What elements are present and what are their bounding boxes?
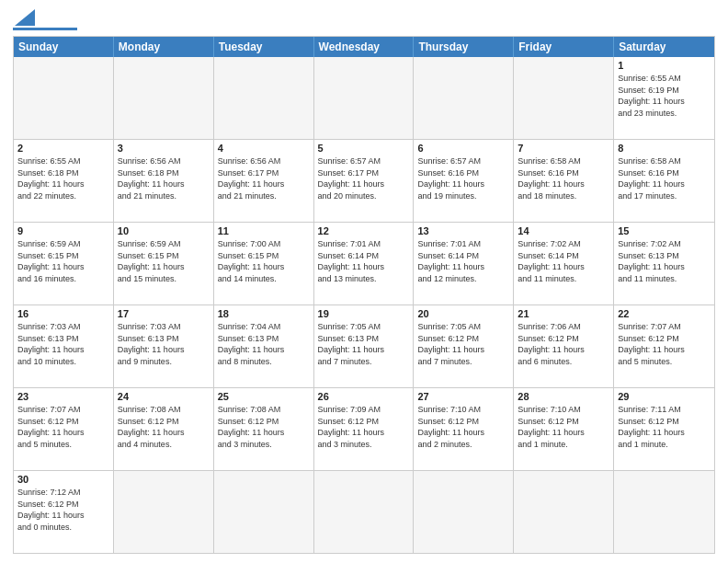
day-number: 11 <box>218 225 310 236</box>
calendar: SundayMondayTuesdayWednesdayThursdayFrid… <box>13 36 715 554</box>
day-number: 12 <box>318 225 410 236</box>
calendar-header: SundayMondayTuesdayWednesdayThursdayFrid… <box>14 37 714 57</box>
day-info: Sunrise: 7:08 AM Sunset: 6:12 PM Dayligh… <box>118 404 210 450</box>
day-info: Sunrise: 7:05 AM Sunset: 6:13 PM Dayligh… <box>318 321 410 367</box>
day-number: 7 <box>518 143 609 154</box>
calendar-day-30: 30Sunrise: 7:12 AM Sunset: 6:12 PM Dayli… <box>14 471 114 553</box>
day-info: Sunrise: 7:09 AM Sunset: 6:12 PM Dayligh… <box>318 404 410 450</box>
day-number: 21 <box>518 308 609 319</box>
day-info: Sunrise: 6:57 AM Sunset: 6:16 PM Dayligh… <box>417 155 509 201</box>
day-info: Sunrise: 7:03 AM Sunset: 6:13 PM Dayligh… <box>118 321 210 367</box>
day-header-tuesday: Tuesday <box>214 37 314 57</box>
day-info: Sunrise: 7:11 AM Sunset: 6:12 PM Dayligh… <box>618 404 711 450</box>
header <box>13 9 715 30</box>
calendar-empty-cell <box>514 471 614 553</box>
day-info: Sunrise: 7:07 AM Sunset: 6:12 PM Dayligh… <box>618 321 711 367</box>
day-number: 23 <box>17 391 109 402</box>
calendar-empty-cell <box>514 57 614 139</box>
calendar-row-5: 30Sunrise: 7:12 AM Sunset: 6:12 PM Dayli… <box>14 470 714 553</box>
calendar-day-22: 22Sunrise: 7:07 AM Sunset: 6:12 PM Dayli… <box>614 305 714 387</box>
calendar-row-1: 2Sunrise: 6:55 AM Sunset: 6:18 PM Daylig… <box>14 139 714 222</box>
day-number: 17 <box>118 308 210 319</box>
day-info: Sunrise: 7:12 AM Sunset: 6:12 PM Dayligh… <box>17 487 109 533</box>
calendar-row-4: 23Sunrise: 7:07 AM Sunset: 6:12 PM Dayli… <box>14 387 714 470</box>
calendar-empty-cell <box>614 471 714 553</box>
day-info: Sunrise: 7:02 AM Sunset: 6:14 PM Dayligh… <box>518 238 609 284</box>
calendar-day-8: 8Sunrise: 6:58 AM Sunset: 6:16 PM Daylig… <box>614 140 714 222</box>
day-header-thursday: Thursday <box>414 37 514 57</box>
calendar-day-23: 23Sunrise: 7:07 AM Sunset: 6:12 PM Dayli… <box>14 388 114 470</box>
calendar-day-28: 28Sunrise: 7:10 AM Sunset: 6:12 PM Dayli… <box>514 388 614 470</box>
calendar-body: 1Sunrise: 6:55 AM Sunset: 6:19 PM Daylig… <box>14 57 714 553</box>
day-number: 28 <box>518 391 609 402</box>
calendar-day-11: 11Sunrise: 7:00 AM Sunset: 6:15 PM Dayli… <box>214 223 314 304</box>
calendar-empty-cell <box>114 471 214 553</box>
calendar-empty-cell <box>14 57 114 139</box>
calendar-day-14: 14Sunrise: 7:02 AM Sunset: 6:14 PM Dayli… <box>514 223 614 304</box>
calendar-empty-cell <box>414 57 514 139</box>
day-number: 2 <box>17 143 109 154</box>
day-number: 9 <box>17 225 109 236</box>
day-number: 13 <box>417 225 509 236</box>
day-info: Sunrise: 7:08 AM Sunset: 6:12 PM Dayligh… <box>218 404 310 450</box>
day-number: 27 <box>417 391 509 402</box>
day-info: Sunrise: 7:07 AM Sunset: 6:12 PM Dayligh… <box>17 404 109 450</box>
calendar-day-4: 4Sunrise: 6:56 AM Sunset: 6:17 PM Daylig… <box>214 140 314 222</box>
day-info: Sunrise: 7:01 AM Sunset: 6:14 PM Dayligh… <box>417 238 509 284</box>
day-number: 25 <box>218 391 310 402</box>
day-number: 19 <box>318 308 410 319</box>
day-number: 6 <box>417 143 509 154</box>
calendar-day-17: 17Sunrise: 7:03 AM Sunset: 6:13 PM Dayli… <box>114 305 214 387</box>
day-info: Sunrise: 6:58 AM Sunset: 6:16 PM Dayligh… <box>618 155 711 201</box>
calendar-row-3: 16Sunrise: 7:03 AM Sunset: 6:13 PM Dayli… <box>14 304 714 387</box>
calendar-day-21: 21Sunrise: 7:06 AM Sunset: 6:12 PM Dayli… <box>514 305 614 387</box>
calendar-day-25: 25Sunrise: 7:08 AM Sunset: 6:12 PM Dayli… <box>214 388 314 470</box>
day-header-wednesday: Wednesday <box>314 37 415 57</box>
day-info: Sunrise: 6:55 AM Sunset: 6:19 PM Dayligh… <box>618 73 711 119</box>
day-number: 16 <box>17 308 109 319</box>
day-info: Sunrise: 6:57 AM Sunset: 6:17 PM Dayligh… <box>318 155 410 201</box>
day-number: 22 <box>618 308 711 319</box>
calendar-day-6: 6Sunrise: 6:57 AM Sunset: 6:16 PM Daylig… <box>414 140 514 222</box>
day-info: Sunrise: 7:04 AM Sunset: 6:13 PM Dayligh… <box>218 321 310 367</box>
logo-top <box>13 9 77 26</box>
day-header-monday: Monday <box>114 37 214 57</box>
day-info: Sunrise: 7:05 AM Sunset: 6:12 PM Dayligh… <box>417 321 509 367</box>
logo-underline <box>13 28 77 30</box>
day-number: 3 <box>118 143 210 154</box>
day-info: Sunrise: 6:56 AM Sunset: 6:18 PM Dayligh… <box>118 155 210 201</box>
day-info: Sunrise: 7:00 AM Sunset: 6:15 PM Dayligh… <box>218 238 310 284</box>
day-info: Sunrise: 7:10 AM Sunset: 6:12 PM Dayligh… <box>518 404 609 450</box>
day-info: Sunrise: 7:06 AM Sunset: 6:12 PM Dayligh… <box>518 321 609 367</box>
day-number: 4 <box>218 143 310 154</box>
svg-marker-0 <box>15 9 35 26</box>
day-number: 1 <box>618 60 711 71</box>
calendar-day-24: 24Sunrise: 7:08 AM Sunset: 6:12 PM Dayli… <box>114 388 214 470</box>
day-number: 8 <box>618 143 711 154</box>
calendar-empty-cell <box>214 471 314 553</box>
calendar-empty-cell <box>214 57 314 139</box>
calendar-day-16: 16Sunrise: 7:03 AM Sunset: 6:13 PM Dayli… <box>14 305 114 387</box>
calendar-empty-cell <box>414 471 514 553</box>
day-info: Sunrise: 6:58 AM Sunset: 6:16 PM Dayligh… <box>518 155 609 201</box>
calendar-row-2: 9Sunrise: 6:59 AM Sunset: 6:15 PM Daylig… <box>14 222 714 304</box>
day-number: 10 <box>118 225 210 236</box>
day-info: Sunrise: 6:55 AM Sunset: 6:18 PM Dayligh… <box>17 155 109 201</box>
day-info: Sunrise: 7:10 AM Sunset: 6:12 PM Dayligh… <box>417 404 509 450</box>
day-number: 24 <box>118 391 210 402</box>
day-info: Sunrise: 7:02 AM Sunset: 6:13 PM Dayligh… <box>618 238 711 284</box>
calendar-day-13: 13Sunrise: 7:01 AM Sunset: 6:14 PM Dayli… <box>414 223 514 304</box>
day-info: Sunrise: 6:56 AM Sunset: 6:17 PM Dayligh… <box>218 155 310 201</box>
calendar-day-9: 9Sunrise: 6:59 AM Sunset: 6:15 PM Daylig… <box>14 223 114 304</box>
calendar-day-27: 27Sunrise: 7:10 AM Sunset: 6:12 PM Dayli… <box>414 388 514 470</box>
day-info: Sunrise: 7:03 AM Sunset: 6:13 PM Dayligh… <box>17 321 109 367</box>
calendar-day-2: 2Sunrise: 6:55 AM Sunset: 6:18 PM Daylig… <box>14 140 114 222</box>
day-number: 26 <box>318 391 410 402</box>
calendar-empty-cell <box>314 471 415 553</box>
calendar-day-19: 19Sunrise: 7:05 AM Sunset: 6:13 PM Dayli… <box>314 305 415 387</box>
day-number: 15 <box>618 225 711 236</box>
day-number: 29 <box>618 391 711 402</box>
logo-icon <box>15 9 35 26</box>
calendar-day-7: 7Sunrise: 6:58 AM Sunset: 6:16 PM Daylig… <box>514 140 614 222</box>
day-info: Sunrise: 6:59 AM Sunset: 6:15 PM Dayligh… <box>118 238 210 284</box>
